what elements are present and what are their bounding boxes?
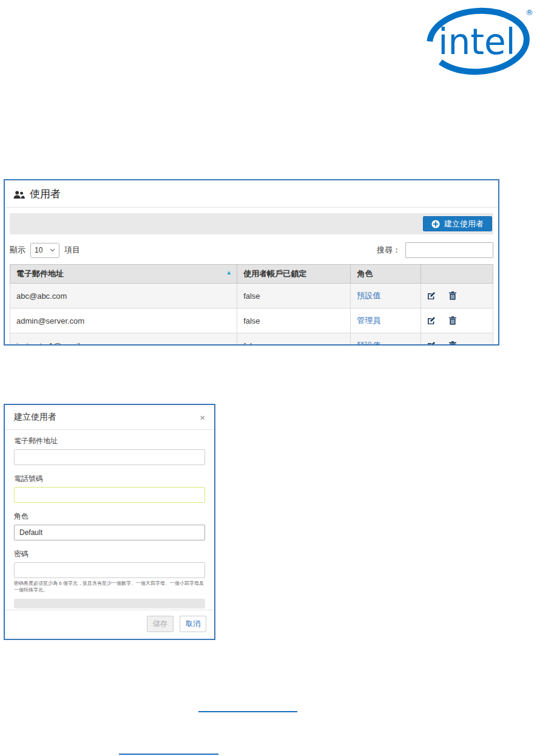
delete-icon[interactable] — [449, 341, 456, 346]
intel-logo-text: intel — [438, 21, 515, 63]
show-label: 顯示 — [10, 245, 25, 256]
password-hint: 密碼長度必須至少為 6 個字元，並且含有至少一個數字、一個大寫字母、一個小寫字母… — [14, 580, 205, 593]
entries-label: 項目 — [64, 245, 80, 256]
page-size-value: 10 — [35, 246, 42, 254]
users-table: 電子郵件地址 ▲ 使用者帳戶已鎖定 角色 abc@abc.com — [10, 264, 493, 346]
users-panel: 使用者 建立使用者 顯示 10 — [4, 179, 499, 346]
role-select[interactable]: Default — [14, 525, 205, 540]
password-strength-bar — [14, 599, 205, 608]
create-user-button[interactable]: 建立使用者 — [423, 216, 492, 231]
hyperlink-underline[interactable] — [198, 711, 297, 712]
table-row: instructor1@gmail.com false 預設值 — [10, 333, 493, 346]
email-field-label: 電子郵件地址 — [14, 436, 205, 446]
role-link[interactable]: 預設值 — [357, 341, 380, 346]
modal-title: 建立使用者 — [14, 412, 56, 423]
cancel-button[interactable]: 取消 — [180, 616, 206, 632]
cell-locked: false — [237, 333, 351, 346]
edit-icon[interactable] — [427, 316, 436, 325]
page-size-select[interactable]: 10 — [30, 243, 59, 258]
table-controls: 顯示 10 項目 搜尋： — [10, 242, 493, 258]
cell-email: instructor1@gmail.com — [10, 333, 237, 346]
column-header-actions — [420, 265, 493, 284]
table-row: abc@abc.com false 預設值 — [10, 284, 493, 308]
phone-field[interactable] — [14, 487, 205, 503]
password-field-label: 密碼 — [14, 549, 205, 559]
users-table-header-row: 電子郵件地址 ▲ 使用者帳戶已鎖定 角色 — [10, 265, 493, 284]
registered-mark: ® — [525, 8, 533, 17]
document-page: intel ® 使用者 — [0, 0, 537, 756]
save-button: 儲存 — [147, 616, 174, 632]
users-toolbar: 建立使用者 — [10, 213, 493, 234]
table-row: admin@server.com false 管理員 — [10, 308, 493, 333]
plus-circle-icon — [431, 220, 440, 228]
edit-icon[interactable] — [427, 291, 436, 300]
cell-email: abc@abc.com — [10, 284, 237, 308]
column-header-role[interactable]: 角色 — [351, 265, 420, 284]
column-header-locked[interactable]: 使用者帳戶已鎖定 — [237, 265, 351, 284]
users-panel-title: 使用者 — [30, 187, 61, 201]
cell-email: admin@server.com — [10, 308, 237, 333]
cell-locked: false — [237, 284, 351, 308]
chevron-down-icon — [50, 248, 55, 252]
delete-icon[interactable] — [449, 316, 456, 325]
users-icon — [13, 191, 25, 199]
role-field-label: 角色 — [14, 511, 205, 522]
search-label: 搜尋： — [377, 245, 400, 256]
modal-body: 電子郵件地址 電話號碼 角色 Default 密碼 密碼長度必須至少為 6 個字… — [5, 430, 214, 640]
column-header-email[interactable]: 電子郵件地址 ▲ — [10, 265, 237, 284]
search-input[interactable] — [405, 242, 493, 258]
users-panel-header: 使用者 — [5, 180, 498, 207]
intel-logo: intel ® — [427, 3, 533, 78]
search-control: 搜尋： — [377, 242, 493, 258]
panel-divider — [5, 207, 498, 208]
close-icon[interactable]: × — [200, 413, 205, 422]
modal-footer: 儲存 取消 — [5, 610, 214, 639]
sort-asc-icon[interactable]: ▲ — [226, 269, 232, 276]
create-user-button-label: 建立使用者 — [444, 219, 484, 230]
page-size-control: 顯示 10 項目 — [10, 243, 80, 258]
phone-field-label: 電話號碼 — [14, 474, 205, 484]
role-link[interactable]: 管理員 — [357, 316, 380, 325]
hyperlink-underline[interactable] — [119, 754, 218, 755]
email-field[interactable] — [14, 449, 205, 465]
delete-icon[interactable] — [449, 291, 456, 300]
create-user-modal: 建立使用者 × 電子郵件地址 電話號碼 角色 Default 密碼 密碼長度必須… — [4, 404, 215, 640]
password-field[interactable] — [14, 562, 205, 578]
modal-header: 建立使用者 × — [5, 405, 214, 430]
cell-locked: false — [237, 308, 351, 333]
edit-icon[interactable] — [427, 341, 436, 346]
role-link[interactable]: 預設值 — [357, 291, 380, 300]
